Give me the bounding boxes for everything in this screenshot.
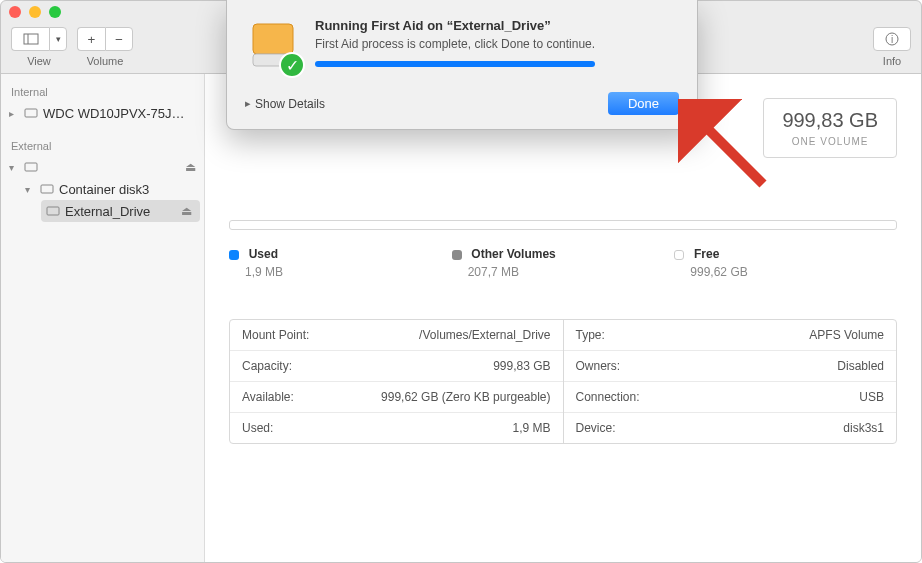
info-row: Owners:Disabled — [564, 351, 897, 382]
free-swatch — [674, 250, 684, 260]
view-menu-button[interactable]: ▾ — [49, 27, 67, 51]
chevron-down-icon: ▾ — [56, 34, 61, 44]
info-row: Connection:USB — [564, 382, 897, 413]
remove-volume-button[interactable]: − — [105, 27, 133, 51]
sidebar-item-container[interactable]: ▾ Container disk3 — [1, 178, 204, 200]
progress-bar — [315, 61, 595, 67]
sidebar-item-external-disk[interactable]: ▾ ⏏ — [1, 156, 204, 178]
usage-bar — [229, 220, 897, 230]
done-button[interactable]: Done — [608, 92, 679, 115]
content-area: Internal ▸ WDC WD10JPVX-75J… External ▾ … — [1, 74, 921, 562]
svg-rect-12 — [253, 24, 293, 54]
disclosure-right-icon[interactable]: ▸ — [9, 108, 19, 119]
used-swatch — [229, 250, 239, 260]
first-aid-sheet: ✓ Running First Aid on “External_Drive” … — [226, 0, 698, 130]
free-label: Free — [694, 247, 719, 261]
sidebar: Internal ▸ WDC WD10JPVX-75J… External ▾ … — [1, 74, 205, 562]
svg-rect-0 — [24, 34, 38, 44]
toolbar-label-view: View — [27, 55, 51, 67]
sidebar-item-label: WDC WD10JPVX-75J… — [43, 106, 196, 121]
info-row: Device:disk3s1 — [564, 413, 897, 443]
sidebar-icon — [23, 31, 39, 47]
sidebar-item-label: Container disk3 — [59, 182, 196, 197]
toolbar-label-info: Info — [883, 55, 901, 67]
minus-icon: − — [115, 32, 123, 47]
success-check-icon: ✓ — [279, 52, 305, 78]
show-details-toggle[interactable]: Show Details — [255, 97, 325, 111]
info-row: Available:999,62 GB (Zero KB purgeable) — [230, 382, 563, 413]
sidebar-item-internal-disk[interactable]: ▸ WDC WD10JPVX-75J… — [1, 102, 204, 124]
capacity-summary: 999,83 GB ONE VOLUME — [763, 98, 897, 158]
eject-icon[interactable]: ⏏ — [181, 204, 192, 218]
view-button[interactable] — [11, 27, 49, 51]
free-value: 999,62 GB — [690, 265, 897, 279]
drive-icon: ✓ — [245, 18, 301, 74]
sheet-heading: Running First Aid on “External_Drive” — [315, 18, 595, 33]
info-row: Mount Point:/Volumes/External_Drive — [230, 320, 563, 351]
external-disk-icon — [39, 181, 55, 197]
external-disk-icon — [45, 203, 61, 219]
capacity-subtext: ONE VOLUME — [782, 136, 878, 147]
external-disk-icon — [23, 159, 39, 175]
main-panel: 999,83 GB ONE VOLUME Used 1,9 MB Other V… — [205, 74, 921, 562]
info-button[interactable]: i — [873, 27, 911, 51]
svg-rect-10 — [41, 185, 53, 193]
sidebar-header-internal: Internal — [1, 82, 204, 102]
disclosure-right-icon[interactable]: ▸ — [245, 97, 251, 110]
sidebar-item-volume[interactable]: External_Drive ⏏ — [41, 200, 200, 222]
usage-legend: Used 1,9 MB Other Volumes 207,7 MB Free … — [229, 246, 897, 279]
disclosure-down-icon[interactable]: ▾ — [25, 184, 35, 195]
info-col-right: Type:APFS Volume Owners:Disabled Connect… — [564, 320, 897, 443]
volume-info-table: Mount Point:/Volumes/External_Drive Capa… — [229, 319, 897, 444]
used-label: Used — [249, 247, 278, 261]
sidebar-item-label: External_Drive — [65, 204, 177, 219]
svg-rect-11 — [47, 207, 59, 215]
sheet-subtext: First Aid process is complete, click Don… — [315, 37, 595, 51]
eject-icon[interactable]: ⏏ — [185, 160, 196, 174]
toolbar-label-volume: Volume — [87, 55, 124, 67]
sidebar-header-external: External — [1, 136, 204, 156]
info-row: Capacity:999,83 GB — [230, 351, 563, 382]
capacity-value: 999,83 GB — [782, 109, 878, 132]
used-value: 1,9 MB — [245, 265, 452, 279]
svg-rect-8 — [25, 109, 37, 117]
other-value: 207,7 MB — [468, 265, 675, 279]
add-volume-button[interactable]: + — [77, 27, 105, 51]
disclosure-down-icon[interactable]: ▾ — [9, 162, 19, 173]
other-label: Other Volumes — [471, 247, 555, 261]
info-row: Used:1,9 MB — [230, 413, 563, 443]
svg-rect-9 — [25, 163, 37, 171]
info-row: Type:APFS Volume — [564, 320, 897, 351]
plus-icon: + — [88, 32, 96, 47]
info-icon: i — [884, 31, 900, 47]
other-swatch — [452, 250, 462, 260]
hard-disk-icon — [23, 105, 39, 121]
svg-text:i: i — [891, 34, 893, 45]
info-col-left: Mount Point:/Volumes/External_Drive Capa… — [230, 320, 564, 443]
